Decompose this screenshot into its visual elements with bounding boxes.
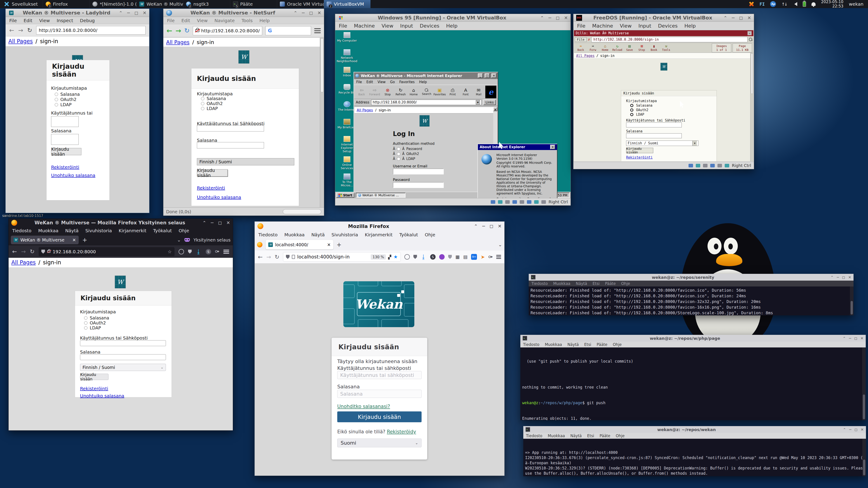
clock[interactable]: 2023-05-1022:53 — [821, 0, 843, 8]
password-input[interactable]: Salasana — [337, 390, 422, 398]
menu-muokkaa[interactable]: Muokkaa — [284, 232, 305, 237]
radio-password[interactable]: Salasana — [630, 103, 652, 107]
minimize-button[interactable]: _ — [478, 73, 483, 78]
back-icon[interactable]: ← — [258, 254, 263, 260]
close-button[interactable]: ✕ — [848, 275, 851, 280]
close-tab-icon[interactable]: ✕ — [327, 242, 331, 247]
tab-list-chevron-icon[interactable]: ⌄ — [498, 242, 502, 248]
maximize-button[interactable]: □ — [485, 73, 490, 78]
bookmark-star-icon[interactable]: ★ — [394, 254, 398, 260]
fingerprint-extension-icon[interactable] — [179, 249, 184, 254]
close-button[interactable]: ✕ — [747, 15, 751, 21]
radio-oauth2[interactable]: OAuth2 — [55, 97, 76, 102]
address-input[interactable]: http://192.168.0.20:8000/▼ — [371, 100, 482, 105]
menu-kirjanmerkit[interactable]: Kirjanmerkit — [119, 228, 146, 233]
taskbar-button-virtualboxvm[interactable]: VirtualBoxVM2 — [324, 0, 370, 8]
url-input[interactable]: http://192.168.0.20:8000/sign-in — [591, 37, 747, 42]
menu-file[interactable]: File — [9, 18, 17, 23]
reload-icon[interactable]: ↻ — [27, 27, 32, 34]
back-button[interactable]: ⇦Back — [355, 86, 368, 98]
forgot-password-link[interactable]: Unohditko salasanasi? — [337, 404, 390, 409]
menu-file[interactable]: File — [167, 18, 175, 23]
print-button[interactable]: ⎙Print — [446, 86, 459, 98]
s-extension-icon[interactable]: S — [206, 249, 211, 254]
maximize-button[interactable]: ◻ — [739, 15, 743, 21]
menu-sivuhistoria[interactable]: Sivuhistoria — [86, 228, 112, 233]
close-button[interactable]: ✕ — [491, 73, 496, 78]
network-traffic-icon[interactable]: ↑↓ — [781, 2, 787, 6]
restore-button[interactable]: ─ — [732, 15, 735, 21]
titlebar[interactable]: >_ wekan@z: ~/repos/serenity ⌃─◻✕ — [529, 274, 854, 281]
restore-button[interactable]: ─ — [302, 10, 305, 15]
extension-puzzle-icon[interactable]: ⚩ — [215, 249, 219, 254]
user-menu[interactable]: wekan — [849, 1, 864, 7]
maximize-button[interactable]: ◻ — [309, 10, 313, 15]
dialog-titlebar[interactable]: About Internet Explorer ✕ — [478, 144, 557, 150]
username-input[interactable] — [626, 123, 682, 127]
menu-etsi[interactable]: Etsi — [584, 342, 591, 347]
menu-ohje[interactable]: Ohje — [179, 228, 189, 233]
menu-view[interactable]: View — [620, 23, 631, 29]
radio-ldap[interactable]: LDAP — [630, 112, 644, 117]
radio-password[interactable]: Salasana — [84, 315, 109, 320]
maximize-button[interactable]: ◻ — [218, 220, 222, 225]
menu-tiedosto[interactable]: Tiedosto — [523, 342, 539, 347]
menu-go[interactable]: Go — [390, 80, 395, 84]
extension-icon[interactable] — [439, 254, 445, 260]
radio-password[interactable]: ÂÂPassword — [393, 147, 422, 151]
username-input[interactable]: Käyttäjätunnus tai sähköposti — [337, 371, 422, 379]
zoom-level-indicator[interactable]: 130 % — [371, 254, 386, 260]
maximize-button[interactable]: ◻ — [556, 15, 560, 21]
url-bar[interactable]: 192.168.0.20:8000 ☆ — [39, 247, 175, 256]
radio-oauth2[interactable]: OAuth2 — [630, 108, 648, 112]
stop-button[interactable]: ⊗Stop — [381, 86, 394, 98]
menu-ohje[interactable]: Ohje — [613, 342, 622, 347]
search-button[interactable]: Search — [421, 86, 433, 98]
font-button[interactable]: AFont — [459, 86, 472, 98]
forgot-password-link[interactable]: Unohtuiko salasana — [626, 161, 663, 161]
register-link[interactable]: Rekisteröinti — [626, 156, 653, 160]
menu-navigate[interactable]: Navigate — [215, 18, 235, 23]
menu-paate[interactable]: Pääte — [600, 433, 610, 438]
forward-icon[interactable]: → — [266, 254, 271, 260]
restore-button[interactable]: ─ — [837, 275, 839, 280]
restore-button[interactable]: ─ — [211, 220, 214, 225]
download-icon[interactable]: ⭳ — [196, 248, 202, 255]
reload-icon[interactable]: ↻ — [184, 27, 189, 34]
register-link[interactable]: Rekisteröidy — [387, 429, 416, 434]
scroll-up-icon[interactable]: ▲ — [493, 107, 497, 111]
refresh-button[interactable]: ↻Refresh — [395, 86, 407, 98]
volume-icon[interactable] — [792, 2, 797, 6]
dropdown-icon[interactable]: ▼ — [476, 100, 480, 105]
desktop-icon-label[interactable]: tab10-1517 — [24, 214, 43, 218]
password-input[interactable] — [51, 134, 79, 145]
search-box[interactable]: G — [266, 26, 311, 35]
maximize-button[interactable]: ◻ — [854, 336, 857, 340]
menu-paate[interactable]: Pääte — [605, 281, 616, 286]
menu-edit[interactable]: Edit — [366, 80, 373, 84]
menu-muokkaa[interactable]: Muokkaa — [38, 228, 59, 233]
back-button[interactable]: ⬅Back — [575, 43, 586, 53]
tray-app-icon[interactable] — [749, 1, 754, 7]
reload-icon[interactable]: ↻ — [30, 248, 35, 255]
radio-oauth2[interactable]: OAuth2 — [84, 320, 106, 325]
battery-icon[interactable] — [803, 1, 806, 7]
menu-view[interactable]: View — [381, 23, 393, 29]
vertical-scrollbar[interactable] — [862, 348, 866, 420]
radio-password[interactable]: Salasana — [55, 92, 80, 97]
menu-input[interactable]: Input — [400, 23, 413, 29]
menu-view[interactable]: View — [39, 18, 50, 23]
username-input[interactable] — [80, 340, 166, 346]
tracking-protection-shield-icon[interactable] — [286, 255, 289, 259]
maximize-button[interactable]: ◻ — [134, 10, 138, 15]
url-bar[interactable]: http://192.168.0.20:8000/ — [193, 26, 262, 35]
taskbar-task-button[interactable]: WeKan ® Multiverse ... — [356, 193, 405, 198]
menu-tyokalut[interactable]: Työkalut — [399, 232, 418, 237]
s-extension-icon[interactable]: S — [430, 254, 436, 260]
reload-button[interactable]: ↻Reload — [612, 43, 623, 53]
username-input[interactable] — [51, 116, 79, 127]
all-pages-link[interactable]: All Pages — [166, 39, 190, 45]
radio-ldap[interactable]: LDAP — [201, 106, 218, 111]
terminal-output[interactable]: ResourceLoader: Finished load of: "http:… — [529, 287, 850, 315]
terminal-output[interactable]: (use "git push" to publish your local co… — [520, 348, 862, 420]
